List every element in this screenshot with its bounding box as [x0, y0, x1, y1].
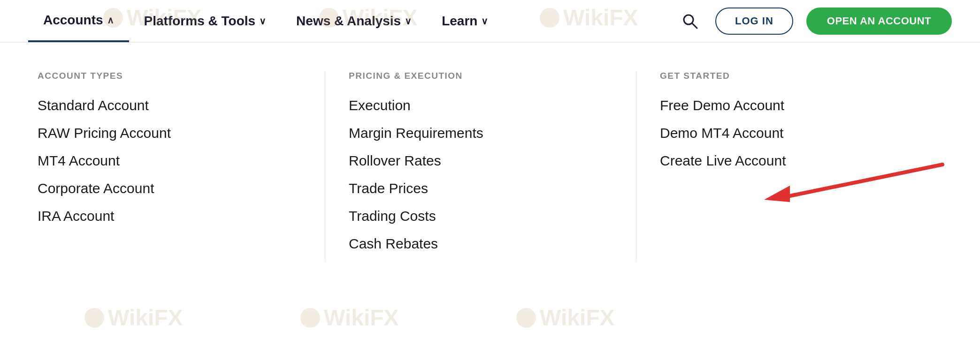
nav-item-news[interactable]: News & Analysis ∨ [281, 0, 427, 42]
menu-link-ira-account[interactable]: IRA Account [38, 207, 301, 225]
menu-link-cash-rebates[interactable]: Cash Rebates [349, 234, 612, 253]
nav-news-label: News & Analysis [296, 14, 401, 29]
menu-link-mt4-account[interactable]: MT4 Account [38, 151, 301, 170]
account-types-title: ACCOUNT TYPES [38, 71, 301, 81]
nav-items: Accounts ∧ Platforms & Tools ∨ News & An… [28, 0, 678, 42]
watermark-9: WikiFX [516, 305, 615, 330]
svg-line-1 [692, 23, 697, 28]
nav-item-learn[interactable]: Learn ∨ [427, 0, 503, 42]
search-button[interactable] [678, 9, 702, 33]
learn-chevron-icon: ∨ [481, 15, 488, 27]
menu-link-corporate-account[interactable]: Corporate Account [38, 179, 301, 197]
navbar: Accounts ∧ Platforms & Tools ∨ News & An… [0, 0, 980, 42]
search-icon [681, 13, 698, 30]
menu-link-execution[interactable]: Execution [349, 96, 612, 114]
divider-2 [636, 71, 636, 262]
menu-link-raw-pricing[interactable]: RAW Pricing Account [38, 124, 301, 142]
menu-column-pricing: PRICING & EXECUTION Execution Margin Req… [330, 71, 631, 262]
menu-link-rollover-rates[interactable]: Rollover Rates [349, 151, 612, 170]
nav-platforms-label: Platforms & Tools [144, 14, 256, 29]
login-button[interactable]: LOG IN [715, 8, 793, 35]
menu-link-trading-costs[interactable]: Trading Costs [349, 207, 612, 225]
nav-item-platforms[interactable]: Platforms & Tools ∨ [129, 0, 282, 42]
nav-learn-label: Learn [442, 14, 477, 29]
menu-link-demo-mt4[interactable]: Demo MT4 Account [660, 124, 924, 142]
menu-link-create-live[interactable]: Create Live Account [660, 151, 924, 170]
get-started-title: GET STARTED [660, 71, 924, 81]
watermark-8: WikiFX [300, 305, 399, 330]
menu-column-get-started: GET STARTED Free Demo Account Demo MT4 A… [641, 71, 942, 262]
accounts-chevron-icon: ∧ [107, 15, 114, 26]
divider-1 [325, 71, 325, 262]
nav-actions: LOG IN OPEN AN ACCOUNT [678, 8, 952, 35]
pricing-execution-title: PRICING & EXECUTION [349, 71, 612, 81]
menu-link-standard-account[interactable]: Standard Account [38, 96, 301, 114]
news-chevron-icon: ∨ [405, 15, 412, 27]
mega-menu: ACCOUNT TYPES Standard Account RAW Prici… [0, 42, 980, 300]
menu-link-free-demo[interactable]: Free Demo Account [660, 96, 924, 114]
menu-link-margin-requirements[interactable]: Margin Requirements [349, 124, 612, 142]
menu-column-account-types: ACCOUNT TYPES Standard Account RAW Prici… [38, 71, 320, 262]
nav-accounts-label: Accounts [43, 13, 103, 28]
menu-link-trade-prices[interactable]: Trade Prices [349, 179, 612, 197]
open-account-button[interactable]: OPEN AN ACCOUNT [806, 8, 952, 35]
nav-item-accounts[interactable]: Accounts ∧ [28, 0, 129, 42]
watermark-7: WikiFX [84, 305, 183, 330]
platforms-chevron-icon: ∨ [259, 15, 266, 27]
